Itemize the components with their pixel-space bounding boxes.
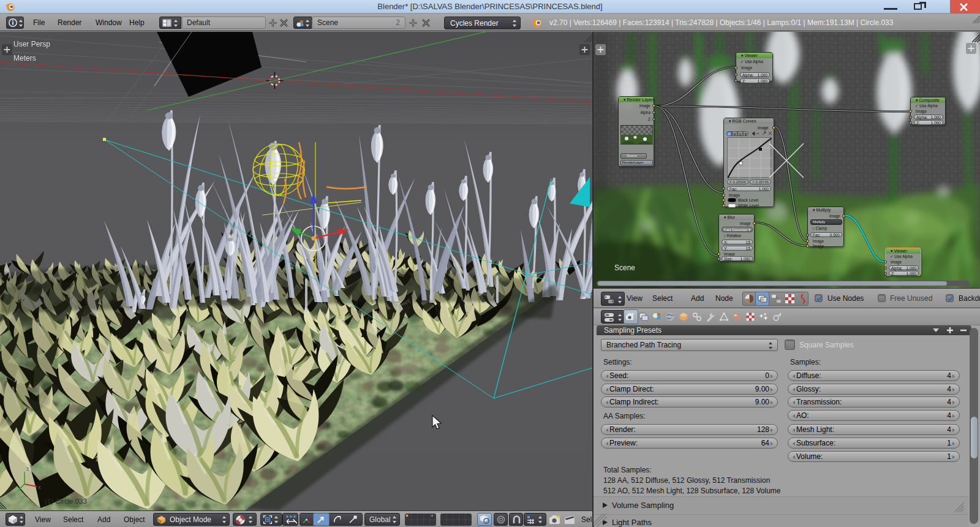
svg-text:(1) Circle.033: (1) Circle.033	[45, 498, 87, 505]
svg-text:User Persp: User Persp	[13, 40, 50, 48]
svg-text:Meters: Meters	[13, 54, 36, 63]
svg-text:z: z	[26, 466, 29, 472]
svg-text:x: x	[38, 484, 41, 490]
svg-text:y: y	[13, 491, 17, 498]
